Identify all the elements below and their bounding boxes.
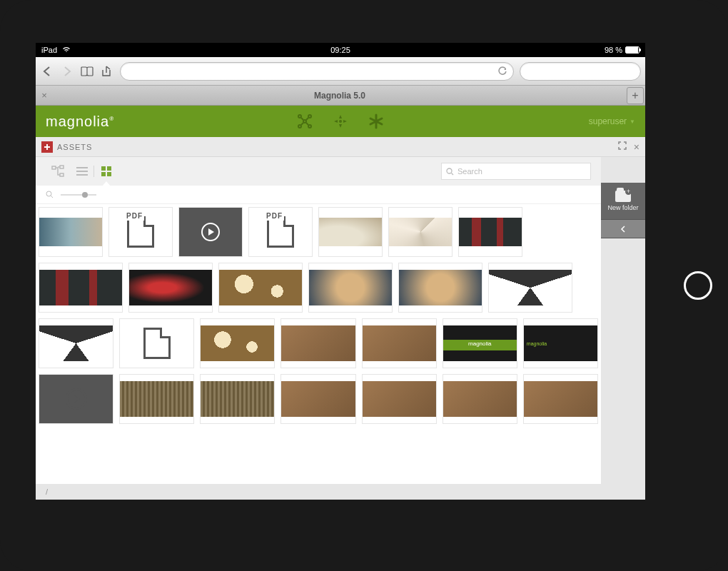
thumbnail-image [399,270,482,305]
thumbnail-image [459,218,522,246]
zoom-icon[interactable] [46,191,54,198]
grid-view-button[interactable] [94,157,118,186]
thumbnail-image [309,270,392,305]
pulse-icon[interactable] [333,113,348,129]
thumbnail-image [524,381,597,417]
svg-rect-18 [101,172,106,176]
safari-search[interactable] [520,62,641,81]
pdf-document[interactable]: PDF [108,207,173,257]
svg-rect-10 [52,166,56,169]
breadcrumb[interactable]: / [36,484,601,500]
svg-rect-11 [60,166,64,168]
zoom-handle[interactable] [82,192,88,198]
asset-thumbnail[interactable] [218,263,303,313]
asset-thumbnail[interactable] [200,318,275,368]
close-tab-button[interactable]: × [36,90,53,101]
assets-app-icon[interactable] [41,141,53,153]
thumbnail-image [39,325,113,361]
bookmarks-button[interactable] [80,64,94,79]
favorites-icon[interactable] [368,113,384,129]
brand-banner[interactable]: magnolia [443,318,517,368]
back-button[interactable] [40,64,54,79]
thumbnail-image [281,325,355,361]
breadcrumb-path: / [46,487,48,496]
brand-dark-image: magnolia [524,325,597,361]
thumbnail-image [389,218,452,246]
apps-icon[interactable] [297,113,313,129]
asset-thumbnail[interactable] [39,207,103,257]
svg-marker-5 [339,115,342,118]
asset-thumbnail[interactable] [488,263,572,313]
pdf-label: PDF [125,211,144,221]
svg-line-21 [452,173,454,175]
asset-thumbnail[interactable] [523,374,598,424]
list-view-button[interactable] [70,157,94,186]
svg-point-4 [303,120,306,123]
asset-thumbnail[interactable] [119,374,194,424]
expand-icon[interactable] [618,141,627,153]
new-folder-button[interactable]: New folder [601,183,645,220]
battery-percent: 98 % [605,46,622,54]
thumbnail-image [201,325,274,361]
asset-thumbnail[interactable] [318,207,383,257]
thumbnail-image [39,270,122,305]
home-button[interactable] [684,271,712,300]
search-input[interactable]: Search [441,163,591,180]
brand-logo[interactable]: magnolia® [46,113,114,130]
asset-thumbnail[interactable] [200,374,275,424]
asset-thumbnail[interactable] [362,318,437,368]
asset-thumbnail[interactable] [443,374,517,424]
chevron-down-icon: ▼ [630,118,635,125]
asset-thumbnail[interactable] [308,263,393,313]
svg-rect-17 [107,166,111,171]
tree-view-button[interactable] [46,157,70,186]
thumbnail-image [201,381,274,417]
svg-point-20 [447,168,452,173]
svg-point-0 [298,115,301,118]
zoom-slider[interactable] [61,194,96,196]
new-tab-button[interactable]: + [627,87,644,104]
device-label: iPad [41,46,71,54]
svg-point-22 [46,191,51,196]
main-panel: Search PDFPDF magnoliamagnolia [36,157,601,500]
video-asset[interactable] [178,207,243,257]
ios-status-bar: iPad 09:25 98 % [36,43,645,57]
asset-thumbnail[interactable] [362,374,437,424]
asset-thumbnail[interactable] [398,263,482,313]
safari-toolbar [36,57,645,86]
thumbnail-image [363,381,436,417]
brand-dark[interactable]: magnolia [523,318,598,368]
thumbnail-image [281,381,355,417]
search-placeholder: Search [457,167,482,176]
battery-icon [625,46,639,54]
url-bar[interactable] [120,62,514,81]
play-icon [66,388,87,410]
thumbnail-image [489,270,572,305]
sub-header: ASSETS × [36,137,645,157]
reload-icon[interactable] [497,66,507,76]
svg-point-2 [298,125,301,128]
asset-thumbnail[interactable] [39,263,123,313]
clock: 09:25 [330,46,350,54]
share-button[interactable] [100,64,114,79]
close-icon[interactable]: × [634,141,639,153]
asset-thumbnail[interactable] [280,318,355,368]
pdf-document[interactable]: PDF [248,207,313,257]
asset-thumbnail[interactable] [39,318,113,368]
asset-thumbnail[interactable] [128,263,213,313]
svg-point-1 [308,115,311,118]
brand-name: magnolia [46,113,109,129]
user-menu[interactable]: superuser ▼ [589,116,635,126]
asset-thumbnail[interactable] [458,207,522,257]
forward-button[interactable] [60,64,74,79]
tab-title[interactable]: Magnolia 5.0 [53,91,627,101]
brand-banner-image: magnolia [443,325,517,361]
asset-thumbnail[interactable] [280,374,355,424]
svg-marker-8 [343,120,347,123]
svg-point-3 [308,125,311,128]
asset-thumbnail[interactable] [388,207,453,257]
generic-file[interactable] [119,318,194,368]
video-asset[interactable] [39,374,113,424]
asset-grid: PDFPDF magnoliamagnolia [36,204,601,484]
collapse-rail-button[interactable] [601,220,645,238]
